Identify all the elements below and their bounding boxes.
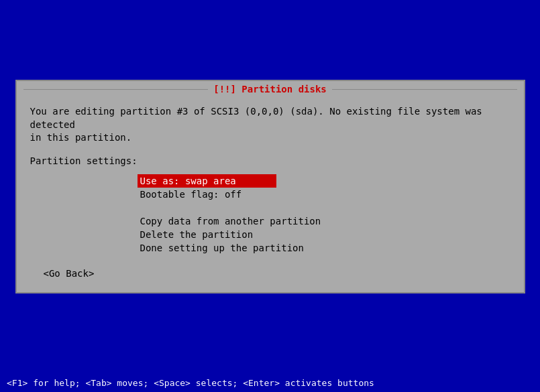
- bottom-bar: <F1> for help; <Tab> moves; <Space> sele…: [0, 373, 540, 392]
- menu-item-spacer: [138, 201, 148, 214]
- go-back-button[interactable]: <Go Back>: [44, 268, 510, 279]
- description-text: You are editing partition #3 of SCSI3 (0…: [30, 105, 510, 145]
- bottom-help-text: <F1> for help; <Tab> moves; <Space> sele…: [7, 378, 374, 388]
- partition-settings-label: Partition settings:: [30, 155, 510, 166]
- menu-items-container: Use as: swap area Bootable flag: off Cop…: [30, 174, 510, 255]
- dialog-title-bar: [!!] Partition disks: [17, 81, 524, 97]
- main-area: [!!] Partition disks You are editing par…: [0, 0, 540, 373]
- dialog-content: You are editing partition #3 of SCSI3 (0…: [17, 97, 524, 292]
- description-line1: You are editing partition #3 of SCSI3 (0…: [30, 106, 482, 130]
- menu-item-delete-partition[interactable]: Delete the partition: [138, 228, 256, 241]
- menu-item-bootable-flag[interactable]: Bootable flag: off: [138, 188, 245, 201]
- description-line2: in this partition.: [30, 132, 132, 143]
- dialog-title: [!!] Partition disks: [208, 84, 332, 94]
- dialog-box: [!!] Partition disks You are editing par…: [15, 80, 525, 293]
- menu-item-done-setting-up[interactable]: Done setting up the partition: [138, 241, 307, 255]
- menu-item-use-as[interactable]: Use as: swap area: [138, 174, 276, 188]
- menu-item-copy-data[interactable]: Copy data from another partition: [138, 214, 324, 228]
